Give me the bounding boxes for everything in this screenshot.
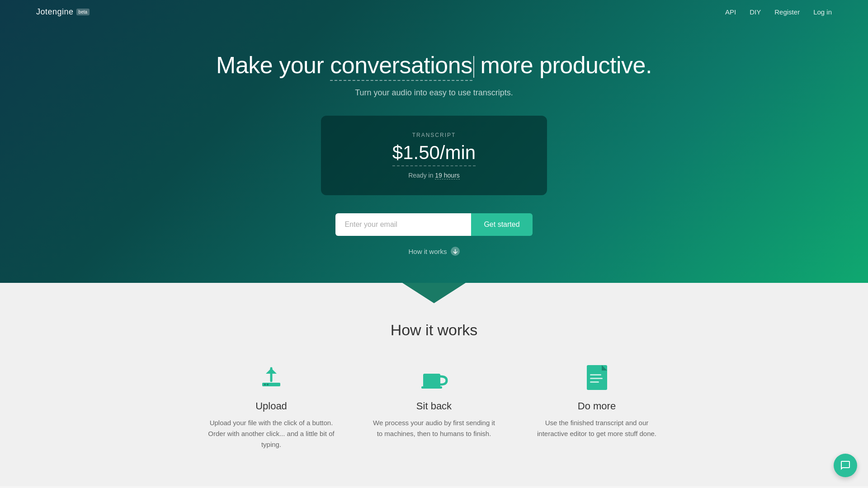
how-it-works-section: How it works Upload Upload your file wit… bbox=[0, 303, 868, 486]
navigation: Jotengine beta API DIY Register Log in bbox=[0, 0, 868, 24]
nav-link-login[interactable]: Log in bbox=[813, 8, 832, 16]
svg-rect-3 bbox=[423, 374, 440, 387]
how-steps: Upload Upload your file with the click o… bbox=[163, 361, 705, 450]
hero-section: Jotengine beta API DIY Register Log in M… bbox=[0, 0, 868, 283]
hero-title-start: Make your bbox=[216, 52, 330, 78]
down-arrow-icon bbox=[451, 247, 460, 256]
transcript-price: $1.50/min bbox=[392, 142, 476, 166]
nav-link-register[interactable]: Register bbox=[774, 8, 800, 16]
svg-rect-2 bbox=[267, 384, 269, 385]
chat-button[interactable] bbox=[834, 454, 857, 477]
step-upload-title: Upload bbox=[255, 400, 287, 412]
svg-rect-4 bbox=[421, 386, 442, 389]
svg-rect-1 bbox=[264, 384, 266, 385]
step-do-more-title: Do more bbox=[578, 400, 616, 412]
how-it-works-link-text: How it works bbox=[408, 248, 447, 255]
divider-wrapper bbox=[0, 283, 868, 303]
transcript-label: TRANSCRIPT bbox=[375, 132, 493, 138]
get-started-button[interactable]: Get started bbox=[471, 213, 532, 236]
coffee-icon bbox=[418, 361, 450, 393]
svg-rect-8 bbox=[590, 381, 599, 383]
hero-title-highlight: conversations bbox=[330, 51, 472, 81]
nav-link-api[interactable]: API bbox=[725, 8, 736, 16]
step-sit-back: Sit back We process your audio by first … bbox=[371, 361, 497, 450]
svg-rect-6 bbox=[590, 374, 601, 375]
upload-icon bbox=[255, 361, 287, 393]
how-section-title: How it works bbox=[36, 321, 832, 339]
step-sit-back-description: We process your audio by first sending i… bbox=[371, 418, 497, 439]
nav-link-diy[interactable]: DIY bbox=[750, 8, 761, 16]
step-upload-description: Upload your file with the click of a but… bbox=[208, 418, 335, 450]
triangle-divider bbox=[402, 283, 466, 303]
step-sit-back-title: Sit back bbox=[416, 400, 452, 412]
transcript-ready: Ready in 19 hours bbox=[375, 172, 493, 179]
logo[interactable]: Jotengine beta bbox=[36, 7, 90, 17]
step-do-more-description: Use the finished transcript and our inte… bbox=[533, 418, 660, 439]
svg-rect-7 bbox=[590, 378, 603, 379]
email-form: Get started bbox=[335, 213, 532, 236]
hero-title: Make your conversations more productive. bbox=[216, 51, 652, 81]
how-it-works-link[interactable]: How it works bbox=[408, 247, 459, 256]
step-upload: Upload Upload your file with the click o… bbox=[208, 361, 335, 450]
transcript-ready-prefix: Ready in bbox=[408, 172, 435, 179]
transcript-ready-time[interactable]: 19 hours bbox=[435, 172, 459, 179]
nav-links: API DIY Register Log in bbox=[725, 8, 832, 16]
hero-subtitle: Turn your audio into easy to use transcr… bbox=[355, 88, 513, 98]
hero-content: Make your conversations more productive.… bbox=[0, 24, 868, 256]
hero-title-end: more productive. bbox=[474, 52, 652, 78]
email-input[interactable] bbox=[335, 213, 471, 236]
logo-badge: beta bbox=[76, 9, 90, 15]
logo-text: Jotengine bbox=[36, 7, 74, 17]
step-do-more: Do more Use the finished transcript and … bbox=[533, 361, 660, 450]
document-icon bbox=[581, 361, 613, 393]
transcript-card: TRANSCRIPT $1.50/min Ready in 19 hours bbox=[321, 116, 547, 195]
